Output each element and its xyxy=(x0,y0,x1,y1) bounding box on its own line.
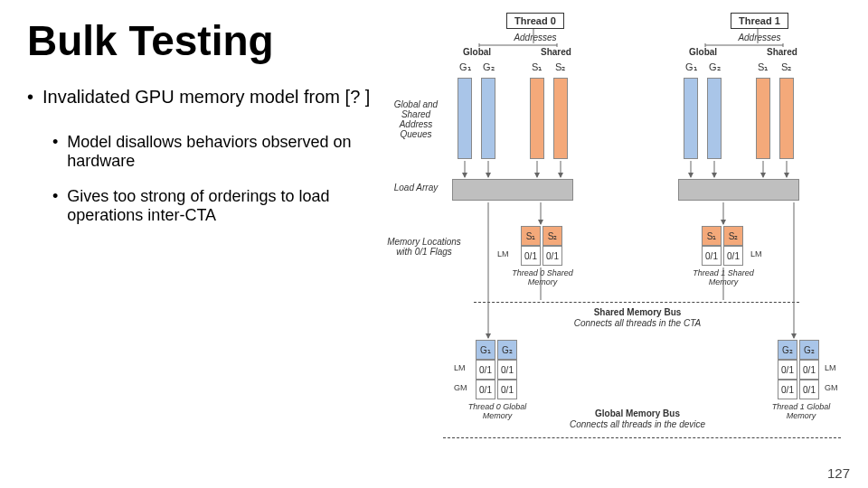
bullet-2a: •Model disallows behaviors observed on h… xyxy=(52,133,371,171)
lm-0-left: LM xyxy=(497,249,509,258)
shm-f1-0: 0/1 xyxy=(521,246,541,266)
queue-s1-1 xyxy=(756,78,770,159)
shm-t0-label: Thread 0 Shared Memory xyxy=(506,269,579,287)
dash-global xyxy=(443,437,841,438)
shared-1: Shared xyxy=(767,47,797,57)
gm-g0: GM xyxy=(454,383,467,392)
col-s1-1: S₁ xyxy=(758,61,768,73)
queue-s2-0 xyxy=(553,78,568,159)
shm-f2-1: 0/1 xyxy=(723,246,743,266)
lm-g0: LM xyxy=(454,363,466,372)
shm-s1-1: S₁ xyxy=(702,226,722,246)
queue-s1-0 xyxy=(530,78,544,159)
addresses-label-1: Addresses xyxy=(732,33,787,42)
gm-t0-label: Thread 0 Global Memory xyxy=(461,403,533,421)
shm-s2-0: S₂ xyxy=(542,226,562,246)
addresses-label-0: Addresses xyxy=(508,33,562,42)
shm-t1-label: Thread 1 Shared Memory xyxy=(687,269,760,287)
gm-f2-0: 0/1 xyxy=(497,360,517,380)
gm-g1: GM xyxy=(825,383,838,392)
gm-f4-1: 0/1 xyxy=(799,380,819,399)
gm-f1-0: 0/1 xyxy=(476,360,495,380)
gm-g2-0: G₂ xyxy=(497,340,517,360)
lm-1-right: LM xyxy=(750,249,762,258)
gm-t1-label: Thread 1 Global Memory xyxy=(765,403,837,421)
gm-bus: Global Memory Bus Connects all threads i… xyxy=(561,408,714,430)
shm-s2-1: S₂ xyxy=(723,226,743,246)
queue-g1-0 xyxy=(458,78,472,159)
global-1: Global xyxy=(689,47,717,57)
col-g1-0: G₁ xyxy=(459,61,471,73)
shm-bus: Shared Memory Bus Connects all threads i… xyxy=(561,307,714,329)
load-array-0 xyxy=(452,179,573,201)
gm-g1-0: G₁ xyxy=(476,340,495,360)
queue-g2-0 xyxy=(481,78,495,159)
gm-f3-1: 0/1 xyxy=(778,380,797,399)
thread-1-label: Thread 1 xyxy=(731,13,788,29)
shm-f1-1: 0/1 xyxy=(702,246,722,266)
queue-s2-1 xyxy=(779,78,794,159)
page-title: Bulk Testing xyxy=(27,16,841,65)
dash-shared xyxy=(474,302,799,303)
queue-g2-1 xyxy=(707,78,722,159)
gm-f1-1: 0/1 xyxy=(778,360,797,380)
col-s2-0: S₂ xyxy=(555,61,565,73)
gm-f4-0: 0/1 xyxy=(497,380,517,399)
bullet-2b: •Gives too strong of orderings to load o… xyxy=(52,187,371,225)
thread-0-label: Thread 0 xyxy=(506,13,564,29)
queues-label: Global and Shared Address Queues xyxy=(387,99,445,139)
lm-g1: LM xyxy=(825,363,836,372)
bullet-list: •Invalidated GPU memory model from [? ] … xyxy=(27,87,371,225)
load-array-label: Load Array xyxy=(387,183,445,192)
col-g2-0: G₂ xyxy=(483,61,495,73)
col-g1-1: G₁ xyxy=(685,61,697,73)
bullet-1: •Invalidated GPU memory model from [? ] xyxy=(27,87,371,108)
shm-f2-0: 0/1 xyxy=(542,246,562,266)
gm-f2-1: 0/1 xyxy=(799,360,819,380)
col-s1-0: S₁ xyxy=(532,61,542,73)
memloc-label: Memory Locations with 0/1 Flags xyxy=(383,237,465,257)
global-0: Global xyxy=(463,47,491,57)
shm-s1-0: S₁ xyxy=(521,226,541,246)
page-number: 127 xyxy=(827,465,850,481)
col-g2-1: G₂ xyxy=(709,61,721,73)
shared-0: Shared xyxy=(541,47,571,57)
gm-f3-0: 0/1 xyxy=(476,380,495,399)
gm-g2-1: G₂ xyxy=(799,340,819,360)
queue-g1-1 xyxy=(684,78,698,159)
gm-g1-1: G₂ xyxy=(778,340,797,360)
col-s2-1: S₂ xyxy=(781,61,791,73)
load-array-1 xyxy=(678,179,799,201)
